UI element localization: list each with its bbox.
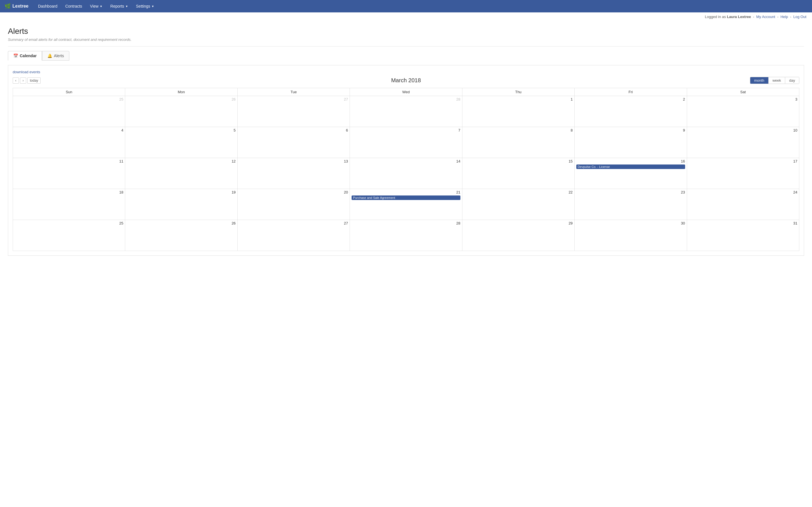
col-sat: Sat (687, 88, 799, 96)
nav-settings[interactable]: Settings ▼ (132, 0, 158, 12)
table-row: 27 (238, 96, 350, 127)
col-tue: Tue (238, 88, 350, 96)
table-row: 21Purchase and Sale Agreement (350, 189, 462, 220)
page-title: Alerts (8, 27, 804, 36)
my-account-link[interactable]: My Account (756, 15, 775, 19)
day-number: 23 (576, 190, 685, 194)
nav-view[interactable]: View ▼ (86, 0, 106, 12)
table-row: 7 (350, 127, 462, 158)
logout-link[interactable]: Log Out (794, 15, 806, 19)
alerts-tab-label: Alerts (54, 54, 64, 58)
leaf-icon: 🌿 (4, 3, 11, 9)
table-row: 5 (125, 127, 238, 158)
divider (8, 46, 804, 47)
table-row: 29 (462, 220, 574, 251)
day-number: 17 (689, 159, 797, 163)
col-fri: Fri (574, 88, 687, 96)
username: Laura Lextree (727, 15, 751, 19)
nav-reports[interactable]: Reports ▼ (106, 0, 132, 12)
calendar-week-row: 111213141516Devpulse Co. - License17 (13, 158, 799, 189)
event-item[interactable]: Devpulse Co. - License (576, 165, 685, 169)
page-subtitle: Summary of email alerts for all contract… (8, 38, 804, 42)
table-row: 26 (125, 96, 238, 127)
day-number: 2 (576, 97, 685, 101)
calendar-week-row: 25262728293031 (13, 220, 799, 251)
day-number: 27 (239, 221, 348, 225)
table-row: 4 (13, 127, 125, 158)
week-view-button[interactable]: week (769, 77, 785, 83)
day-number: 1 (464, 97, 573, 101)
nav-contracts[interactable]: Contracts (61, 0, 86, 12)
download-events-link[interactable]: download events (13, 70, 799, 74)
day-number: 3 (689, 97, 797, 101)
calendar-header: ‹ › today March 2018 month week day (13, 77, 799, 84)
nav-dashboard[interactable]: Dashboard (34, 0, 61, 12)
day-number: 25 (15, 221, 123, 225)
calendar-header-row: Sun Mon Tue Wed Thu Fri Sat (13, 88, 799, 96)
day-number: 15 (464, 159, 573, 163)
table-row: 12 (125, 158, 238, 189)
topbar: Logged in as Laura Lextree - My Account … (0, 12, 812, 21)
table-row: 25 (13, 96, 125, 127)
tabs: 📅 Calendar 🔔 Alerts (8, 51, 804, 61)
table-row: 14 (350, 158, 462, 189)
table-row: 28 (350, 96, 462, 127)
table-row: 30 (574, 220, 687, 251)
day-number: 29 (464, 221, 573, 225)
calendar-nav-left: ‹ › today (13, 77, 41, 83)
table-row: 26 (125, 220, 238, 251)
day-number: 5 (127, 128, 236, 132)
day-number: 8 (464, 128, 573, 132)
settings-dropdown-arrow: ▼ (151, 5, 154, 8)
table-row: 9 (574, 127, 687, 158)
table-row: 23 (574, 189, 687, 220)
calendar-tab-icon: 📅 (13, 54, 18, 58)
table-row: 31 (687, 220, 799, 251)
day-number: 12 (127, 159, 236, 163)
table-row: 8 (462, 127, 574, 158)
day-number: 9 (576, 128, 685, 132)
help-link[interactable]: Help (780, 15, 788, 19)
today-button[interactable]: today (28, 77, 41, 83)
table-row: 2 (574, 96, 687, 127)
day-number: 24 (689, 190, 797, 194)
calendar-week-row: 45678910 (13, 127, 799, 158)
day-number: 6 (239, 128, 348, 132)
col-mon: Mon (125, 88, 238, 96)
day-number: 18 (15, 190, 123, 194)
day-number: 7 (352, 128, 460, 132)
table-row: 1 (462, 96, 574, 127)
day-number: 11 (15, 159, 123, 163)
table-row: 20 (238, 189, 350, 220)
calendar-grid: Sun Mon Tue Wed Thu Fri Sat 252627281234… (13, 88, 799, 251)
month-view-button[interactable]: month (750, 77, 769, 83)
page-content: Alerts Summary of email alerts for all c… (0, 21, 812, 262)
event-item[interactable]: Purchase and Sale Agreement (352, 195, 460, 200)
calendar-month-title: March 2018 (391, 77, 421, 83)
brand-name: Lextree (12, 4, 29, 9)
table-row: 24 (687, 189, 799, 220)
brand-logo[interactable]: 🌿 Lextree (4, 3, 29, 9)
calendar-week-row: 18192021Purchase and Sale Agreement22232… (13, 189, 799, 220)
day-number: 27 (239, 97, 348, 101)
table-row: 18 (13, 189, 125, 220)
day-number: 26 (127, 221, 236, 225)
table-row: 22 (462, 189, 574, 220)
table-row: 27 (238, 220, 350, 251)
day-number: 16 (576, 159, 685, 163)
next-month-button[interactable]: › (20, 77, 26, 83)
calendar-tab-label: Calendar (20, 54, 37, 58)
day-number: 10 (689, 128, 797, 132)
tab-alerts[interactable]: 🔔 Alerts (42, 51, 69, 61)
table-row: 13 (238, 158, 350, 189)
table-row: 16Devpulse Co. - License (574, 158, 687, 189)
calendar-week-row: 25262728123 (13, 96, 799, 127)
day-view-button[interactable]: day (785, 77, 799, 83)
alerts-tab-icon: 🔔 (47, 54, 52, 58)
day-number: 13 (239, 159, 348, 163)
day-number: 31 (689, 221, 797, 225)
prev-month-button[interactable]: ‹ (13, 77, 19, 83)
table-row: 11 (13, 158, 125, 189)
tab-calendar[interactable]: 📅 Calendar (8, 51, 42, 61)
col-sun: Sun (13, 88, 125, 96)
